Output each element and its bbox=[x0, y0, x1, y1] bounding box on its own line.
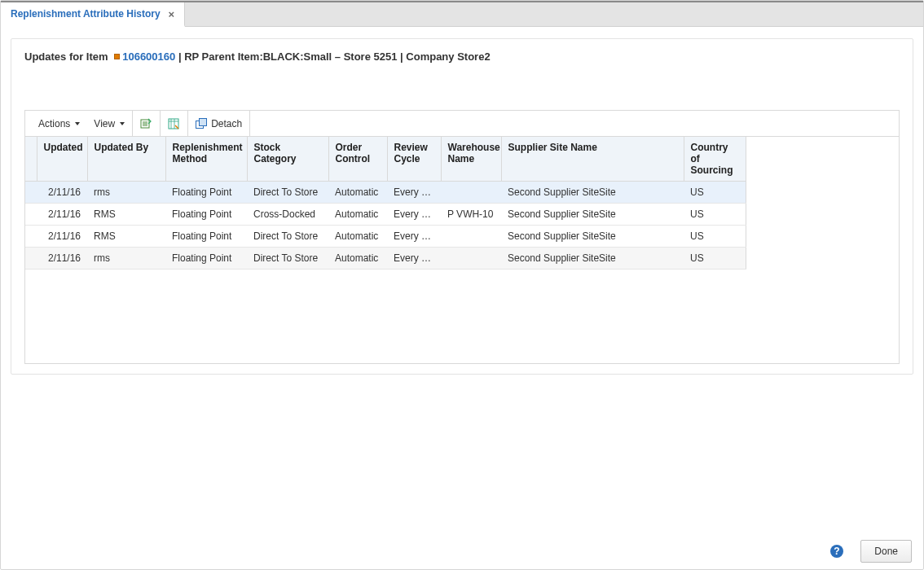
cell: Second Supplier SiteSite bbox=[501, 248, 684, 270]
cell: Second Supplier SiteSite bbox=[501, 182, 684, 204]
title-suffix: | RP Parent Item:BLACK:Small – Store 525… bbox=[178, 50, 491, 63]
col-updated-by[interactable]: Updated By bbox=[87, 137, 165, 182]
col-stock-category[interactable]: Stock Category bbox=[247, 137, 328, 182]
page-title: Updates for Item 106600160 | RP Parent I… bbox=[24, 50, 900, 63]
cell: Floating Point bbox=[165, 182, 247, 204]
col-updated[interactable]: Updated bbox=[37, 137, 87, 182]
actions-menu[interactable]: Actions bbox=[32, 111, 87, 136]
cell: 2/11/16 bbox=[37, 226, 87, 248]
done-button[interactable]: Done bbox=[860, 540, 912, 563]
row-handle[interactable] bbox=[25, 248, 37, 270]
detach-button[interactable]: Detach bbox=[188, 111, 249, 136]
col-supplier-site-name[interactable]: Supplier Site Name bbox=[501, 137, 684, 182]
cell: P VWH-10 bbox=[441, 204, 501, 226]
table-panel: Actions View bbox=[24, 110, 900, 364]
title-prefix: Updates for Item bbox=[24, 50, 108, 63]
view-menu[interactable]: View bbox=[87, 111, 132, 136]
tab-replenishment-history[interactable]: Replenishment Attribute History × bbox=[1, 2, 185, 27]
view-label: View bbox=[94, 118, 115, 129]
footer-bar: ? Done bbox=[1, 540, 923, 563]
history-table: Updated Updated By Replenishment Method … bbox=[25, 137, 746, 270]
table-row[interactable]: 2/11/16rmsFloating PointDirect To StoreA… bbox=[25, 182, 746, 204]
svg-rect-3 bbox=[200, 118, 207, 125]
cell: Cross-Docked bbox=[247, 204, 328, 226]
cell: Floating Point bbox=[165, 248, 247, 270]
row-handle[interactable] bbox=[25, 204, 37, 226]
cell: US bbox=[684, 248, 746, 270]
help-icon[interactable]: ? bbox=[829, 544, 844, 559]
chevron-down-icon bbox=[120, 122, 125, 125]
cell: Automatic bbox=[328, 248, 387, 270]
cell: Floating Point bbox=[165, 226, 247, 248]
app-window: Replenishment Attribute History × Update… bbox=[0, 0, 924, 570]
cell bbox=[441, 182, 501, 204]
cell: Every Day bbox=[387, 182, 441, 204]
cell: Every Day bbox=[387, 226, 441, 248]
content-panel: Updates for Item 106600160 | RP Parent I… bbox=[11, 38, 913, 375]
item-number: 106600160 bbox=[122, 50, 175, 63]
cell: rms bbox=[87, 182, 165, 204]
cell bbox=[441, 248, 501, 270]
item-status-icon bbox=[114, 54, 120, 59]
row-handle[interactable] bbox=[25, 182, 37, 204]
close-icon[interactable]: × bbox=[169, 9, 175, 20]
toolbar-divider bbox=[249, 111, 250, 136]
cell: Floating Point bbox=[165, 204, 247, 226]
export-button[interactable] bbox=[133, 111, 160, 136]
col-country-of-sourcing[interactable]: Country of Sourcing bbox=[684, 137, 746, 182]
cell: US bbox=[684, 182, 746, 204]
cell: Direct To Store bbox=[247, 248, 328, 270]
cell bbox=[441, 226, 501, 248]
cell: Automatic bbox=[328, 182, 387, 204]
cell: RMS bbox=[87, 226, 165, 248]
cell: Second Supplier SiteSite bbox=[501, 204, 684, 226]
table-scroller[interactable]: Updated Updated By Replenishment Method … bbox=[25, 137, 899, 363]
row-handle[interactable] bbox=[25, 226, 37, 248]
col-review-cycle[interactable]: Review Cycle bbox=[387, 137, 441, 182]
cell: Direct To Store bbox=[247, 182, 328, 204]
detach-icon bbox=[195, 117, 208, 130]
cell: rms bbox=[87, 248, 165, 270]
filter-table-icon bbox=[167, 117, 180, 130]
query-by-example-button[interactable] bbox=[161, 111, 187, 136]
cell: US bbox=[684, 204, 746, 226]
cell: Second Supplier SiteSite bbox=[501, 226, 684, 248]
cell: RMS bbox=[87, 204, 165, 226]
table-header-row: Updated Updated By Replenishment Method … bbox=[25, 137, 746, 182]
table-row[interactable]: 2/11/16RMSFloating PointDirect To StoreA… bbox=[25, 226, 746, 248]
cell: Every Day bbox=[387, 248, 441, 270]
cell: Automatic bbox=[328, 204, 387, 226]
cell: 2/11/16 bbox=[37, 248, 87, 270]
detach-label: Detach bbox=[211, 118, 242, 129]
table-row[interactable]: 2/11/16rmsFloating PointDirect To StoreA… bbox=[25, 248, 746, 270]
export-icon bbox=[139, 117, 152, 130]
tab-strip: Replenishment Attribute History × bbox=[1, 2, 923, 27]
col-method[interactable]: Replenishment Method bbox=[165, 137, 247, 182]
chevron-down-icon bbox=[75, 122, 80, 125]
cell: 2/11/16 bbox=[37, 204, 87, 226]
row-handle-header bbox=[25, 137, 37, 182]
actions-label: Actions bbox=[38, 118, 70, 129]
svg-text:?: ? bbox=[834, 546, 840, 557]
cell: US bbox=[684, 226, 746, 248]
cell: Every Day bbox=[387, 204, 441, 226]
cell: Direct To Store bbox=[247, 226, 328, 248]
col-order-control[interactable]: Order Control bbox=[328, 137, 387, 182]
table-toolbar: Actions View bbox=[25, 111, 899, 137]
table-body: 2/11/16rmsFloating PointDirect To StoreA… bbox=[25, 182, 746, 270]
cell: Automatic bbox=[328, 226, 387, 248]
cell: 2/11/16 bbox=[37, 182, 87, 204]
col-warehouse-name[interactable]: Warehouse Name bbox=[441, 137, 501, 182]
tab-title: Replenishment Attribute History bbox=[11, 8, 161, 20]
table-row[interactable]: 2/11/16RMSFloating PointCross-DockedAuto… bbox=[25, 204, 746, 226]
